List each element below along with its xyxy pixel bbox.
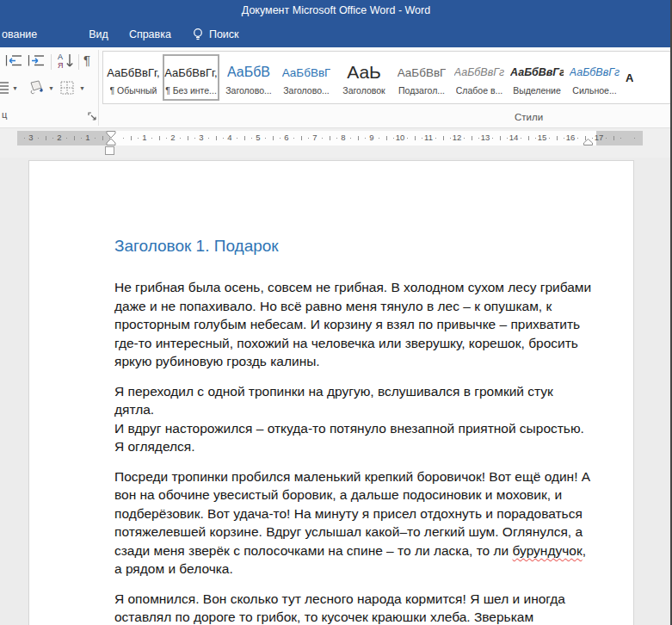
ruler-number: 1 xyxy=(142,133,146,142)
first-line-indent-marker[interactable] xyxy=(106,131,116,145)
ruler-tick xyxy=(585,136,586,140)
ruler-tick xyxy=(194,138,195,139)
ruler-tick xyxy=(549,138,550,139)
ruler-number: 6 xyxy=(284,133,288,142)
shading-dropdown-arrow[interactable]: ▼ xyxy=(48,85,54,91)
ruler-tick xyxy=(109,138,110,139)
ruler-tick xyxy=(293,138,294,139)
style-preview: АаБбВвГг xyxy=(570,59,620,85)
ruler-tick xyxy=(500,136,501,140)
style-label: Заголово... xyxy=(225,85,272,96)
ruler-tick xyxy=(223,138,224,139)
borders-dropdown-arrow[interactable]: ▼ xyxy=(79,85,85,91)
ruler-tick xyxy=(237,138,237,139)
ruler-tick xyxy=(216,136,217,140)
ruler-tick xyxy=(386,136,387,140)
ruler-tick xyxy=(393,138,394,139)
ruler-tick xyxy=(564,138,564,139)
ruler-tick xyxy=(422,138,422,139)
style-preview: АаБбВвГг, xyxy=(164,59,217,85)
ruler-tick xyxy=(606,138,607,139)
paragraph[interactable]: Я опомнился. Вон сколько тут лесного нар… xyxy=(114,590,594,625)
page[interactable]: Заголовок 1. Подарок Не грибная была осе… xyxy=(28,160,634,625)
ruler-number: 11 xyxy=(424,133,433,142)
ruler-tick xyxy=(350,138,351,139)
style-item-5[interactable]: АаБбВвГПодзагол... xyxy=(393,54,450,101)
ruler-tick xyxy=(415,136,416,140)
paragraph[interactable]: Не грибная была осень, совсем не грибная… xyxy=(114,278,594,371)
ruler-tick xyxy=(188,136,188,140)
ribbon-tabs-bar: ование Вид Справка Поиск xyxy=(0,21,672,47)
ruler-tick xyxy=(450,138,451,139)
document-body: Не грибная была осень, совсем не грибная… xyxy=(114,278,594,625)
ruler-tick xyxy=(521,138,521,139)
group-divider xyxy=(98,50,99,126)
ruler-tick xyxy=(280,138,281,139)
ruler-tick xyxy=(308,138,309,139)
ruler-tick xyxy=(634,138,635,139)
ruler-tick xyxy=(74,136,75,140)
ruler-tick xyxy=(123,138,124,139)
style-item-0[interactable]: АаБбВвГг,¶ Обычный xyxy=(105,54,162,101)
decrease-indent-button[interactable] xyxy=(5,54,22,67)
show-paragraph-marks-button[interactable]: ¶ xyxy=(83,53,90,67)
ruler-tick xyxy=(407,138,408,139)
document-area: Заголовок 1. Подарок Не грибная была осе… xyxy=(0,158,672,625)
ruler-number: 15 xyxy=(538,133,547,142)
borders-button[interactable] xyxy=(60,81,74,95)
tab-help[interactable]: Справка xyxy=(119,28,182,40)
ruler-tick xyxy=(507,138,508,139)
style-label: Сильное... xyxy=(572,85,616,96)
style-item-1[interactable]: АаБбВвГг,¶ Без инте... xyxy=(163,54,219,101)
ruler-tick xyxy=(166,138,167,139)
ruler-tick xyxy=(557,136,558,140)
left-indent-marker[interactable] xyxy=(105,146,114,155)
style-item-2[interactable]: АаБбВЗаголово... xyxy=(220,54,277,101)
separator xyxy=(51,54,52,70)
ruler-tick xyxy=(265,138,266,139)
style-item-4[interactable]: АаЬЗаголовок xyxy=(336,54,392,101)
ruler-number: 10 xyxy=(396,133,405,142)
ruler-tick xyxy=(46,136,46,140)
paragraph-dialog-launcher-icon[interactable] xyxy=(88,112,97,121)
separator xyxy=(78,54,79,70)
page-content: Заголовок 1. Подарок Не грибная была осе… xyxy=(29,161,633,625)
style-label: Заголово... xyxy=(283,85,330,96)
tell-me-search[interactable]: Поиск xyxy=(182,28,250,41)
ruler-tick xyxy=(535,138,536,139)
ruler-tick xyxy=(208,138,209,139)
ruler-tick xyxy=(435,138,436,139)
style-item-3[interactable]: АаБбВвГЗаголово... xyxy=(278,54,335,101)
document-heading[interactable]: Заголовок 1. Подарок xyxy=(114,237,594,256)
ruler-number: 7 xyxy=(312,133,317,142)
ruler-number: 2 xyxy=(57,133,61,142)
style-preview: АаБбВвГ xyxy=(398,59,447,85)
ruler-tick xyxy=(472,136,472,140)
line-spacing-dropdown-arrow[interactable]: ▼ xyxy=(12,85,18,91)
style-item-9[interactable]: АаБбВвГг xyxy=(624,54,635,101)
ruler-row: 3211234567891011121314151617 xyxy=(0,128,672,158)
style-preview: АаБбВвГг xyxy=(510,59,564,85)
style-item-6[interactable]: АаБбВвГгСлабое в... xyxy=(451,54,508,101)
ruler-tick xyxy=(138,138,139,139)
style-item-7[interactable]: АаБбВвГгВыделение xyxy=(509,54,565,101)
tab-review-partial[interactable]: ование xyxy=(0,28,49,40)
styles-gallery-items: АаБбВвГг,¶ ОбычныйАаБбВвГг,¶ Без инте...… xyxy=(105,54,636,101)
style-item-8[interactable]: АаБбВвГгСильное... xyxy=(566,54,623,101)
ribbon: А Я ¶ ▼ ▼ ▼ ц xyxy=(0,47,672,128)
ruler-tick xyxy=(24,138,25,139)
ruler-number: 1 xyxy=(85,133,89,142)
paragraph[interactable]: Посреди тропинки пробился маленький креп… xyxy=(114,467,594,579)
tab-view[interactable]: Вид xyxy=(78,28,119,40)
increase-indent-button[interactable] xyxy=(28,54,45,67)
ruler[interactable]: 3211234567891011121314151617 xyxy=(17,131,643,145)
paragraph[interactable]: Я переходил с одной тропинки на другую, … xyxy=(114,382,594,456)
sort-button[interactable]: А Я xyxy=(57,52,76,70)
line-spacing-button[interactable] xyxy=(0,81,9,94)
ruler-tick xyxy=(52,138,53,139)
ruler-tick xyxy=(577,138,578,139)
style-label: Заголовок xyxy=(342,85,385,96)
shading-button[interactable] xyxy=(28,80,45,95)
ruler-tick xyxy=(251,138,252,139)
styles-group-label: Стили xyxy=(515,112,543,122)
